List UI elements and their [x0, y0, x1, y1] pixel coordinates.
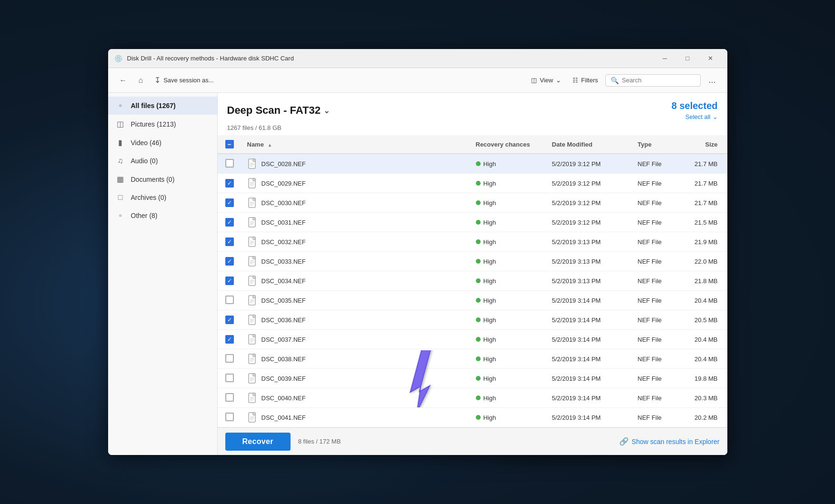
- row-checkbox[interactable]: [225, 393, 234, 402]
- close-button[interactable]: ✕: [700, 51, 722, 66]
- row-checkbox-cell[interactable]: ✓: [218, 310, 241, 330]
- table-row: DSC_0039.NEF High 5/2/2019 3:14 PM NEF F…: [218, 369, 727, 388]
- row-checkbox-cell[interactable]: [218, 154, 241, 174]
- save-session-button[interactable]: ↧ Save session as...: [151, 73, 218, 88]
- back-icon: ←: [120, 76, 127, 85]
- application-window: 💿 Disk Drill - All recovery methods - Ha…: [108, 49, 727, 455]
- more-options-button[interactable]: ...: [704, 73, 719, 87]
- row-checkbox[interactable]: ✓: [225, 198, 234, 207]
- svg-rect-51: [253, 354, 255, 356]
- header-name[interactable]: Name ▲: [241, 135, 470, 154]
- row-checkbox-cell[interactable]: [218, 349, 241, 369]
- row-checkbox[interactable]: ✓: [225, 335, 234, 344]
- recovery-label: High: [483, 258, 496, 265]
- row-checkbox[interactable]: ✓: [225, 277, 234, 285]
- sidebar-item-other[interactable]: ▫ Other (8): [108, 207, 217, 225]
- sidebar-item-audio[interactable]: ♫ Audio (0): [108, 152, 217, 170]
- row-file-name: DSC_0028.NEF: [262, 160, 306, 168]
- row-checkbox[interactable]: ✓: [225, 179, 234, 188]
- recovery-dot: [476, 220, 481, 225]
- table-row: DSC_0035.NEF High 5/2/2019 3:14 PM NEF F…: [218, 291, 727, 310]
- row-file-name: DSC_0032.NEF: [262, 238, 306, 246]
- recovery-dot: [476, 337, 481, 342]
- recovery-label: High: [483, 219, 496, 226]
- search-input[interactable]: [622, 77, 693, 84]
- row-checkbox[interactable]: [225, 413, 234, 421]
- row-checkbox[interactable]: ✓: [225, 257, 234, 266]
- row-checkbox[interactable]: ✓: [225, 316, 234, 324]
- maximize-button[interactable]: □: [677, 51, 699, 66]
- svg-rect-16: [253, 217, 255, 220]
- header-date[interactable]: Date Modified: [546, 135, 632, 154]
- svg-rect-6: [253, 178, 255, 181]
- row-checkbox-cell[interactable]: ✓: [218, 232, 241, 252]
- select-all-button[interactable]: Select all ⌄: [685, 113, 718, 120]
- sidebar-item-archives[interactable]: □ Archives (0): [108, 188, 217, 207]
- row-checkbox-cell[interactable]: ✓: [218, 193, 241, 213]
- sidebar-item-documents-label: Documents (0): [131, 176, 175, 183]
- recovery-dot: [476, 259, 481, 264]
- filters-button[interactable]: ☷ Filters: [569, 74, 602, 87]
- recovery-label: High: [483, 277, 496, 285]
- scan-dropdown-icon[interactable]: ⌄: [323, 106, 330, 115]
- header-checkbox-col[interactable]: –: [218, 135, 241, 154]
- header-checkbox[interactable]: –: [225, 140, 234, 148]
- row-checkbox-cell[interactable]: [218, 369, 241, 388]
- row-checkbox-cell[interactable]: [218, 408, 241, 427]
- file-table-wrapper[interactable]: – Name ▲ Recovery chances: [218, 135, 727, 427]
- show-results-button[interactable]: 🔗 Show scan results in Explorer: [619, 437, 719, 446]
- file-icon: [247, 217, 259, 228]
- row-date-cell: 5/2/2019 3:12 PM: [546, 154, 632, 174]
- row-name-cell: DSC_0032.NEF: [241, 232, 470, 252]
- sidebar-item-documents[interactable]: ▦ Documents (0): [108, 170, 217, 188]
- file-icon: [247, 275, 259, 287]
- header-recovery[interactable]: Recovery chances: [470, 135, 546, 154]
- row-file-name: DSC_0033.NEF: [262, 258, 306, 265]
- row-size-cell: 21.7 MB: [680, 174, 727, 193]
- svg-rect-21: [253, 237, 255, 239]
- sidebar-item-pictures[interactable]: ◫ Pictures (1213): [108, 115, 217, 133]
- file-icon: [247, 178, 259, 189]
- row-checkbox-cell[interactable]: ✓: [218, 252, 241, 271]
- row-date-cell: 5/2/2019 3:13 PM: [546, 252, 632, 271]
- recover-button[interactable]: Recover: [225, 433, 291, 451]
- row-date-cell: 5/2/2019 3:14 PM: [546, 310, 632, 330]
- search-box[interactable]: 🔍: [605, 74, 701, 87]
- save-icon: ↧: [154, 76, 161, 85]
- row-checkbox-cell[interactable]: [218, 388, 241, 408]
- view-dropdown-icon: ⌄: [556, 77, 561, 84]
- row-checkbox[interactable]: ✓: [225, 237, 234, 246]
- row-checkbox-cell[interactable]: ✓: [218, 213, 241, 232]
- row-checkbox[interactable]: [225, 354, 234, 363]
- row-recovery-cell: High: [470, 291, 546, 310]
- row-checkbox[interactable]: [225, 296, 234, 304]
- row-checkbox[interactable]: [225, 374, 234, 382]
- row-checkbox-cell[interactable]: [218, 291, 241, 310]
- row-date-cell: 5/2/2019 3:14 PM: [546, 408, 632, 427]
- file-icon: [247, 295, 259, 306]
- table-row: DSC_0040.NEF High 5/2/2019 3:14 PM NEF F…: [218, 388, 727, 408]
- header-type[interactable]: Type: [632, 135, 680, 154]
- recovery-dot: [476, 317, 481, 322]
- sidebar-item-video[interactable]: ▮ Video (46): [108, 133, 217, 152]
- all-files-icon: ▫: [116, 101, 125, 110]
- sidebar-item-video-label: Video (46): [131, 139, 161, 147]
- row-checkbox[interactable]: ✓: [225, 218, 234, 227]
- header-size-label: Size: [705, 141, 717, 148]
- home-icon: ⌂: [139, 76, 143, 85]
- row-checkbox-cell[interactable]: ✓: [218, 271, 241, 291]
- row-size-cell: 20.3 MB: [680, 388, 727, 408]
- table-row: ✓ DSC_0031.NEF: [218, 213, 727, 232]
- recovery-label: High: [483, 375, 496, 382]
- back-button[interactable]: ←: [116, 73, 131, 88]
- minimize-button[interactable]: ─: [654, 51, 676, 66]
- sidebar-item-all-files[interactable]: ▫ All files (1267): [108, 97, 217, 115]
- row-checkbox[interactable]: [225, 159, 234, 168]
- recovery-label: High: [483, 180, 496, 187]
- row-checkbox-cell[interactable]: ✓: [218, 174, 241, 193]
- header-size[interactable]: Size: [680, 135, 727, 154]
- view-button[interactable]: ◫ View ⌄: [527, 74, 565, 87]
- row-name-cell: DSC_0030.NEF: [241, 193, 470, 213]
- row-checkbox-cell[interactable]: ✓: [218, 330, 241, 349]
- home-button[interactable]: ⌂: [135, 73, 147, 88]
